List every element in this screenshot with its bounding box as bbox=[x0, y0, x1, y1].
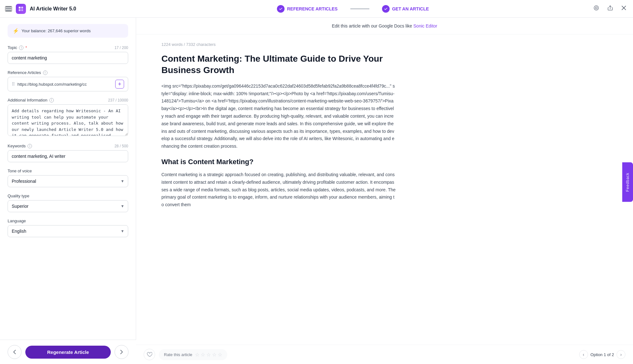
option-label: Option 1 of 2 bbox=[591, 352, 614, 357]
sonic-editor-bar: Edit this article with our Google Docs l… bbox=[136, 18, 633, 34]
back-button[interactable] bbox=[8, 345, 22, 359]
svg-point-7 bbox=[595, 7, 597, 9]
additional-info-label: Additional Information i 237 / 10000 bbox=[8, 98, 128, 102]
tone-of-voice-label: Tone of voice bbox=[8, 169, 128, 173]
step-connector bbox=[350, 9, 369, 9]
topic-input[interactable] bbox=[8, 52, 128, 64]
header-right bbox=[565, 3, 628, 14]
topic-info-icon[interactable]: i bbox=[19, 46, 23, 50]
share-button[interactable] bbox=[606, 3, 615, 14]
option-nav: ‹ Option 1 of 2 › bbox=[579, 350, 625, 359]
step-reference-articles[interactable]: REFERENCE ARTICLES bbox=[277, 5, 338, 13]
star-5[interactable]: ☆ bbox=[218, 352, 222, 358]
svg-point-5 bbox=[383, 6, 388, 11]
article-body: 1224 words / 7332 characters Content Mar… bbox=[136, 34, 421, 254]
next-button[interactable] bbox=[115, 345, 128, 359]
quality-type-select[interactable]: Superior Premium Good bbox=[8, 200, 128, 212]
tone-of-voice-select[interactable]: Professional Casual Formal Friendly Witt… bbox=[8, 175, 128, 187]
step-reference-articles-icon bbox=[277, 5, 285, 13]
tone-of-voice-wrapper: Professional Casual Formal Friendly Witt… bbox=[8, 175, 128, 187]
keywords-char-count: 28 / 500 bbox=[115, 144, 128, 148]
heart-button[interactable] bbox=[144, 349, 155, 360]
header-left: AI Article Writer 5.0 bbox=[5, 4, 141, 14]
step-get-article-label: GET AN ARTICLE bbox=[392, 6, 429, 11]
topic-char-count: 17 / 200 bbox=[115, 46, 128, 50]
article-intro-text: <img src="https://pixabay.com/get/ga0964… bbox=[161, 83, 396, 150]
language-select[interactable]: English bbox=[8, 225, 128, 237]
additional-info-char-count: 237 / 10000 bbox=[108, 98, 128, 102]
topic-label: Topic i * 17 / 200 bbox=[8, 45, 128, 50]
sonic-bar-text: Edit this article with our Google Docs l… bbox=[332, 23, 412, 28]
word-count: 1224 words / 7332 characters bbox=[161, 42, 396, 47]
reference-articles-group: Reference Articles i ⠿ https://blog.hubs… bbox=[8, 70, 128, 91]
sidebar: ⚡ Your balance: 267,646 superior words T… bbox=[0, 18, 136, 364]
drag-handle-icon[interactable]: ⠿ bbox=[12, 82, 15, 87]
article-section2-title: What is Content Marketing? bbox=[161, 158, 396, 166]
svg-rect-3 bbox=[21, 9, 23, 11]
star-2[interactable]: ☆ bbox=[201, 352, 205, 358]
sonic-editor-link[interactable]: Sonic Editor bbox=[413, 23, 437, 28]
main-layout: ⚡ Your balance: 267,646 superior words T… bbox=[0, 18, 633, 364]
menu-button[interactable] bbox=[5, 6, 12, 12]
header-center: REFERENCE ARTICLES GET AN ARTICLE bbox=[141, 5, 565, 13]
settings-button[interactable] bbox=[592, 3, 601, 14]
article-section2-text: Content marketing is a strategic approac… bbox=[161, 171, 396, 209]
star-4[interactable]: ☆ bbox=[212, 352, 216, 358]
article-title: Content Marketing: The Ultimate Guide to… bbox=[161, 53, 396, 76]
balance-text: Your balance: 267,646 superior words bbox=[22, 28, 91, 33]
keywords-input[interactable] bbox=[8, 150, 128, 162]
rate-section: Rate this article ☆ ☆ ☆ ☆ ☆ bbox=[159, 349, 227, 360]
quality-type-wrapper: Superior Premium Good ▼ bbox=[8, 200, 128, 212]
reference-articles-info-icon[interactable]: i bbox=[43, 71, 47, 75]
svg-rect-2 bbox=[19, 9, 21, 11]
keywords-info-icon[interactable]: i bbox=[28, 144, 32, 148]
feedback-tab-wrapper[interactable]: Feedback bbox=[622, 162, 633, 202]
close-button[interactable] bbox=[620, 4, 628, 14]
feedback-tab[interactable]: Feedback bbox=[622, 162, 633, 202]
option-prev-button[interactable]: ‹ bbox=[579, 350, 588, 359]
step-get-article-icon bbox=[382, 5, 390, 13]
star-3[interactable]: ☆ bbox=[206, 352, 211, 358]
svg-rect-1 bbox=[21, 7, 23, 9]
svg-point-4 bbox=[278, 6, 283, 11]
additional-info-icon[interactable]: i bbox=[49, 98, 54, 102]
additional-info-group: Additional Information i 237 / 10000 Add… bbox=[8, 98, 128, 137]
header: AI Article Writer 5.0 REFERENCE ARTICLES… bbox=[0, 0, 633, 18]
topic-group: Topic i * 17 / 200 bbox=[8, 45, 128, 64]
keywords-label: Keywords i 28 / 500 bbox=[8, 144, 128, 148]
svg-point-6 bbox=[594, 6, 599, 10]
tone-of-voice-group: Tone of voice Professional Casual Formal… bbox=[8, 169, 128, 187]
content-area: Edit this article with our Google Docs l… bbox=[136, 18, 633, 364]
reference-article-row: ⠿ https://blog.hubspot.com/marketing/cc … bbox=[8, 77, 128, 91]
stars-container[interactable]: ☆ ☆ ☆ ☆ ☆ bbox=[195, 352, 222, 358]
svg-rect-0 bbox=[19, 7, 21, 9]
language-group: Language English ▼ bbox=[8, 219, 128, 237]
reference-articles-label: Reference Articles i bbox=[8, 70, 128, 75]
regenerate-article-button[interactable]: Regenerate Article bbox=[25, 346, 111, 359]
content-bottom-bar: Rate this article ☆ ☆ ☆ ☆ ☆ ‹ Option 1 o… bbox=[136, 345, 633, 364]
keywords-group: Keywords i 28 / 500 bbox=[8, 144, 128, 162]
language-label: Language bbox=[8, 219, 128, 223]
step-get-article[interactable]: GET AN ARTICLE bbox=[382, 5, 429, 13]
additional-info-textarea[interactable]: Add details regarding how Writesonic - A… bbox=[8, 104, 128, 136]
rate-label: Rate this article bbox=[164, 352, 192, 357]
quality-type-group: Quality type Superior Premium Good ▼ bbox=[8, 194, 128, 212]
balance-card: ⚡ Your balance: 267,646 superior words bbox=[8, 24, 128, 38]
step-reference-articles-label: REFERENCE ARTICLES bbox=[287, 6, 338, 11]
reference-url: https://blog.hubspot.com/marketing/cc bbox=[17, 82, 113, 87]
language-wrapper: English ▼ bbox=[8, 225, 128, 237]
balance-icon: ⚡ bbox=[13, 28, 19, 34]
star-1[interactable]: ☆ bbox=[195, 352, 199, 358]
add-reference-button[interactable]: + bbox=[115, 80, 124, 89]
sidebar-footer: Regenerate Article bbox=[0, 340, 136, 364]
option-next-button[interactable]: › bbox=[617, 350, 625, 359]
app-title: AI Article Writer 5.0 bbox=[30, 6, 76, 12]
logo-icon bbox=[16, 4, 26, 14]
quality-type-label: Quality type bbox=[8, 194, 128, 198]
